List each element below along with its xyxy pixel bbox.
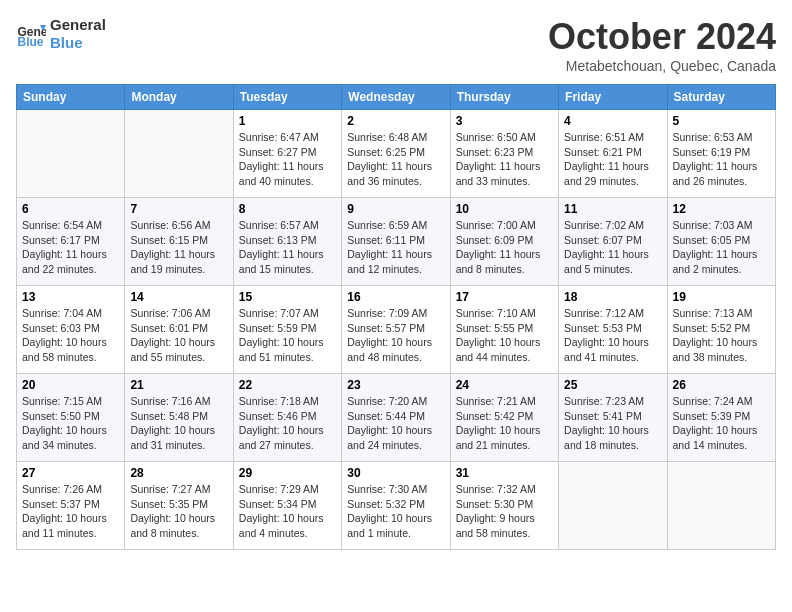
day-info: Sunrise: 7:02 AM Sunset: 6:07 PM Dayligh… [564,218,661,277]
calendar-day-cell: 24Sunrise: 7:21 AM Sunset: 5:42 PM Dayli… [450,374,558,462]
day-number: 18 [564,290,661,304]
calendar-day-cell: 14Sunrise: 7:06 AM Sunset: 6:01 PM Dayli… [125,286,233,374]
day-info: Sunrise: 6:54 AM Sunset: 6:17 PM Dayligh… [22,218,119,277]
calendar-day-cell [559,462,667,550]
day-number: 6 [22,202,119,216]
day-number: 7 [130,202,227,216]
calendar-day-cell: 8Sunrise: 6:57 AM Sunset: 6:13 PM Daylig… [233,198,341,286]
day-of-week-header: Sunday [17,85,125,110]
calendar-day-cell: 23Sunrise: 7:20 AM Sunset: 5:44 PM Dayli… [342,374,450,462]
calendar-day-cell: 10Sunrise: 7:00 AM Sunset: 6:09 PM Dayli… [450,198,558,286]
day-number: 22 [239,378,336,392]
calendar-day-cell: 3Sunrise: 6:50 AM Sunset: 6:23 PM Daylig… [450,110,558,198]
calendar-week-row: 27Sunrise: 7:26 AM Sunset: 5:37 PM Dayli… [17,462,776,550]
logo-line2: Blue [50,34,106,52]
day-number: 9 [347,202,444,216]
calendar-day-cell: 20Sunrise: 7:15 AM Sunset: 5:50 PM Dayli… [17,374,125,462]
day-info: Sunrise: 7:24 AM Sunset: 5:39 PM Dayligh… [673,394,770,453]
day-info: Sunrise: 6:48 AM Sunset: 6:25 PM Dayligh… [347,130,444,189]
calendar-day-cell: 27Sunrise: 7:26 AM Sunset: 5:37 PM Dayli… [17,462,125,550]
page-header: General Blue General Blue October 2024 M… [16,16,776,74]
calendar-day-cell: 12Sunrise: 7:03 AM Sunset: 6:05 PM Dayli… [667,198,775,286]
day-info: Sunrise: 7:30 AM Sunset: 5:32 PM Dayligh… [347,482,444,541]
calendar-day-cell: 30Sunrise: 7:30 AM Sunset: 5:32 PM Dayli… [342,462,450,550]
calendar-day-cell: 22Sunrise: 7:18 AM Sunset: 5:46 PM Dayli… [233,374,341,462]
day-number: 2 [347,114,444,128]
day-info: Sunrise: 6:47 AM Sunset: 6:27 PM Dayligh… [239,130,336,189]
day-number: 20 [22,378,119,392]
calendar-day-cell: 21Sunrise: 7:16 AM Sunset: 5:48 PM Dayli… [125,374,233,462]
day-number: 1 [239,114,336,128]
calendar-day-cell: 13Sunrise: 7:04 AM Sunset: 6:03 PM Dayli… [17,286,125,374]
day-number: 14 [130,290,227,304]
day-info: Sunrise: 7:27 AM Sunset: 5:35 PM Dayligh… [130,482,227,541]
day-number: 28 [130,466,227,480]
calendar-day-cell: 19Sunrise: 7:13 AM Sunset: 5:52 PM Dayli… [667,286,775,374]
logo-line1: General [50,16,106,34]
svg-text:Blue: Blue [18,35,44,49]
day-number: 26 [673,378,770,392]
calendar-day-cell: 26Sunrise: 7:24 AM Sunset: 5:39 PM Dayli… [667,374,775,462]
calendar-day-cell: 15Sunrise: 7:07 AM Sunset: 5:59 PM Dayli… [233,286,341,374]
calendar-day-cell: 31Sunrise: 7:32 AM Sunset: 5:30 PM Dayli… [450,462,558,550]
day-info: Sunrise: 6:53 AM Sunset: 6:19 PM Dayligh… [673,130,770,189]
day-info: Sunrise: 7:09 AM Sunset: 5:57 PM Dayligh… [347,306,444,365]
day-number: 21 [130,378,227,392]
location-subtitle: Metabetchouan, Quebec, Canada [548,58,776,74]
day-info: Sunrise: 6:51 AM Sunset: 6:21 PM Dayligh… [564,130,661,189]
day-number: 23 [347,378,444,392]
day-number: 29 [239,466,336,480]
logo: General Blue General Blue [16,16,106,52]
calendar-day-cell: 9Sunrise: 6:59 AM Sunset: 6:11 PM Daylig… [342,198,450,286]
day-info: Sunrise: 6:50 AM Sunset: 6:23 PM Dayligh… [456,130,553,189]
day-info: Sunrise: 7:20 AM Sunset: 5:44 PM Dayligh… [347,394,444,453]
day-of-week-header: Monday [125,85,233,110]
day-of-week-header: Thursday [450,85,558,110]
day-of-week-header: Saturday [667,85,775,110]
day-of-week-header: Friday [559,85,667,110]
day-info: Sunrise: 7:18 AM Sunset: 5:46 PM Dayligh… [239,394,336,453]
calendar-day-cell: 2Sunrise: 6:48 AM Sunset: 6:25 PM Daylig… [342,110,450,198]
day-number: 4 [564,114,661,128]
day-number: 27 [22,466,119,480]
day-info: Sunrise: 6:56 AM Sunset: 6:15 PM Dayligh… [130,218,227,277]
day-info: Sunrise: 6:57 AM Sunset: 6:13 PM Dayligh… [239,218,336,277]
calendar-day-cell: 7Sunrise: 6:56 AM Sunset: 6:15 PM Daylig… [125,198,233,286]
day-number: 15 [239,290,336,304]
title-block: October 2024 Metabetchouan, Quebec, Cana… [548,16,776,74]
day-info: Sunrise: 7:26 AM Sunset: 5:37 PM Dayligh… [22,482,119,541]
day-info: Sunrise: 7:15 AM Sunset: 5:50 PM Dayligh… [22,394,119,453]
day-number: 13 [22,290,119,304]
calendar-day-cell: 11Sunrise: 7:02 AM Sunset: 6:07 PM Dayli… [559,198,667,286]
calendar-day-cell: 4Sunrise: 6:51 AM Sunset: 6:21 PM Daylig… [559,110,667,198]
calendar-week-row: 20Sunrise: 7:15 AM Sunset: 5:50 PM Dayli… [17,374,776,462]
calendar-day-cell: 17Sunrise: 7:10 AM Sunset: 5:55 PM Dayli… [450,286,558,374]
calendar-day-cell: 6Sunrise: 6:54 AM Sunset: 6:17 PM Daylig… [17,198,125,286]
day-info: Sunrise: 7:12 AM Sunset: 5:53 PM Dayligh… [564,306,661,365]
calendar-week-row: 6Sunrise: 6:54 AM Sunset: 6:17 PM Daylig… [17,198,776,286]
day-of-week-header: Tuesday [233,85,341,110]
day-number: 10 [456,202,553,216]
day-number: 12 [673,202,770,216]
day-number: 3 [456,114,553,128]
calendar-day-cell: 1Sunrise: 6:47 AM Sunset: 6:27 PM Daylig… [233,110,341,198]
day-number: 25 [564,378,661,392]
day-info: Sunrise: 7:23 AM Sunset: 5:41 PM Dayligh… [564,394,661,453]
day-info: Sunrise: 7:32 AM Sunset: 5:30 PM Dayligh… [456,482,553,541]
day-number: 17 [456,290,553,304]
calendar-day-cell [17,110,125,198]
day-info: Sunrise: 7:29 AM Sunset: 5:34 PM Dayligh… [239,482,336,541]
day-number: 19 [673,290,770,304]
calendar-day-cell: 16Sunrise: 7:09 AM Sunset: 5:57 PM Dayli… [342,286,450,374]
day-of-week-header: Wednesday [342,85,450,110]
day-info: Sunrise: 7:06 AM Sunset: 6:01 PM Dayligh… [130,306,227,365]
calendar-day-cell: 28Sunrise: 7:27 AM Sunset: 5:35 PM Dayli… [125,462,233,550]
day-number: 11 [564,202,661,216]
day-info: Sunrise: 7:21 AM Sunset: 5:42 PM Dayligh… [456,394,553,453]
calendar-week-row: 1Sunrise: 6:47 AM Sunset: 6:27 PM Daylig… [17,110,776,198]
calendar-day-cell: 29Sunrise: 7:29 AM Sunset: 5:34 PM Dayli… [233,462,341,550]
day-number: 31 [456,466,553,480]
day-number: 16 [347,290,444,304]
day-info: Sunrise: 7:10 AM Sunset: 5:55 PM Dayligh… [456,306,553,365]
day-info: Sunrise: 7:04 AM Sunset: 6:03 PM Dayligh… [22,306,119,365]
